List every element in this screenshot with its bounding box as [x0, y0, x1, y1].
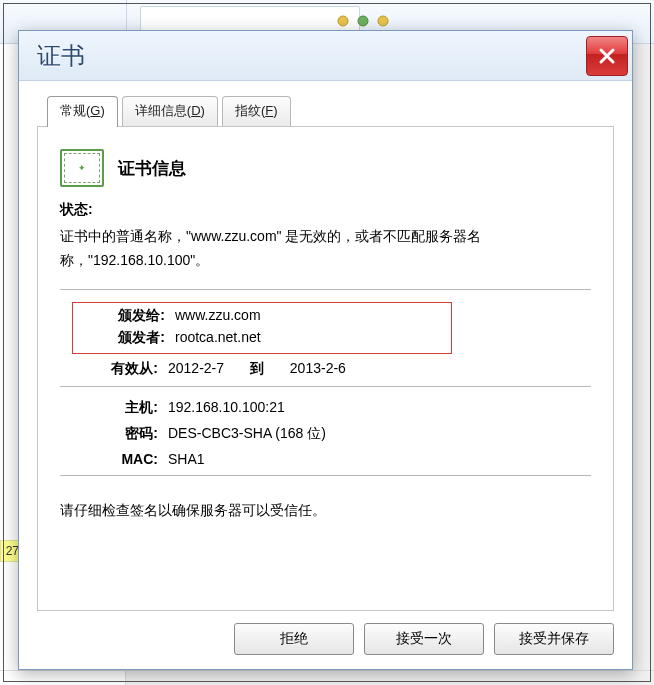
cipher-value: DES-CBC3-SHA (168 位)	[168, 425, 326, 443]
svg-point-1	[358, 16, 368, 26]
cert-info-heading: 证书信息	[118, 149, 186, 180]
tab-label: 详细信息(	[135, 103, 191, 118]
valid-from-value: 2012-2-7	[168, 360, 224, 376]
tab-general[interactable]: 常规(G)	[47, 96, 118, 127]
titlebar: 证书	[19, 31, 632, 81]
svg-point-0	[338, 16, 348, 26]
valid-from-label: 有效从:	[72, 360, 168, 378]
footer-note: 请仔细检查签名以确保服务器可以受信任。	[60, 502, 591, 520]
mac-value: SHA1	[168, 451, 205, 467]
dialog-title: 证书	[37, 40, 85, 72]
mac-label: MAC:	[72, 451, 168, 467]
certificate-dialog: 证书 常规(G) 详细信息(D) 指纹(F) ✦ 证书信息 状态: 证书中的普通…	[18, 30, 633, 670]
issued-to-label: 颁发给:	[79, 307, 175, 325]
close-button[interactable]	[586, 36, 628, 76]
issued-to-value: www.zzu.com	[175, 307, 261, 323]
valid-to-label: 到	[228, 360, 286, 376]
issuer-value: rootca.net.net	[175, 329, 261, 345]
cipher-label: 密码:	[72, 425, 168, 443]
tab-details[interactable]: 详细信息(D)	[122, 96, 218, 127]
tab-label: 指纹(	[235, 103, 265, 118]
close-icon	[598, 47, 616, 65]
issued-highlight-box: 颁发给: www.zzu.com 颁发者: rootca.net.net	[72, 302, 452, 354]
tab-key: D	[191, 103, 200, 118]
status-text: 证书中的普通名称，"www.zzu.com" 是无效的，或者不匹配服务器名称，"…	[60, 225, 591, 273]
separator	[60, 289, 591, 290]
reject-button[interactable]: 拒绝	[234, 623, 354, 655]
accept-once-button[interactable]: 接受一次	[364, 623, 484, 655]
accept-save-button[interactable]: 接受并保存	[494, 623, 614, 655]
tab-label: 常规(	[60, 103, 90, 118]
valid-to-value: 2013-2-6	[290, 360, 346, 376]
status-label: 状态:	[60, 201, 591, 219]
tab-label-post: )	[100, 103, 104, 118]
host-label: 主机:	[72, 399, 168, 417]
separator	[60, 475, 591, 476]
certificate-icon: ✦	[60, 149, 104, 187]
separator	[60, 386, 591, 387]
tab-key: G	[90, 103, 100, 118]
dialog-button-row: 拒绝 接受一次 接受并保存	[19, 611, 632, 669]
tab-content: ✦ 证书信息 状态: 证书中的普通名称，"www.zzu.com" 是无效的，或…	[37, 126, 614, 611]
tab-key: F	[265, 103, 273, 118]
tab-label-post: )	[273, 103, 277, 118]
tab-label-post: )	[201, 103, 205, 118]
host-value: 192.168.10.100:21	[168, 399, 285, 415]
tab-fingerprint[interactable]: 指纹(F)	[222, 96, 291, 127]
issuer-label: 颁发者:	[79, 329, 175, 347]
svg-point-2	[378, 16, 388, 26]
tabstrip: 常规(G) 详细信息(D) 指纹(F)	[19, 81, 632, 126]
